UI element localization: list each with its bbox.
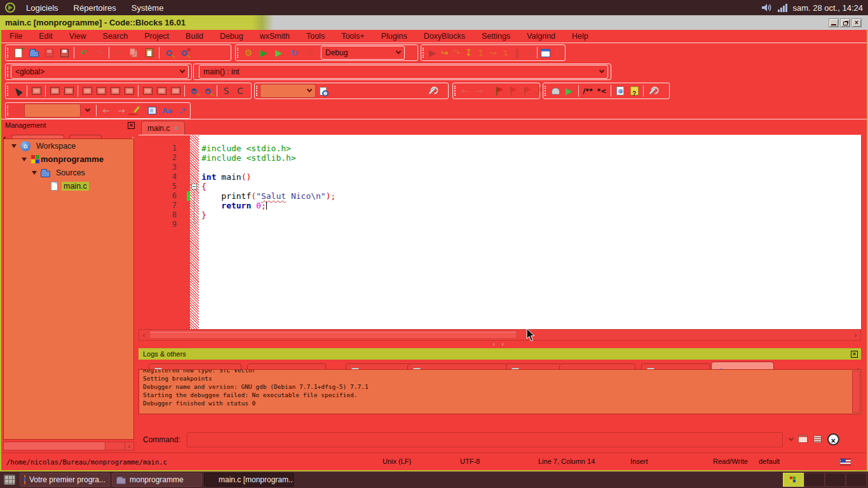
- tree-item-monprogramme[interactable]: monprogramme: [4, 152, 133, 166]
- scroll-right-icon[interactable]: ›: [851, 330, 860, 340]
- undo-button[interactable]: ↶: [76, 46, 92, 60]
- menu-search[interactable]: Search: [95, 30, 137, 43]
- doxy-extract-documentation-button[interactable]: [548, 84, 562, 98]
- new-file-button[interactable]: [11, 46, 26, 60]
- tree-item-workspace[interactable]: Workspace: [4, 139, 133, 152]
- editor-tab-main.c[interactable]: main.c×: [141, 121, 185, 135]
- management-hscrollbar[interactable]: ›: [3, 442, 134, 451]
- wxsmith-tool-4-button[interactable]: [80, 84, 94, 98]
- menu-plugins[interactable]: Plugins: [373, 30, 416, 43]
- doxy-settings-button[interactable]: [646, 84, 660, 98]
- clock[interactable]: sam. 28 oct., 14:24: [792, 3, 863, 13]
- taskbar-button-votre-premier-progra---[interactable]: Votre premier progra...: [20, 473, 110, 487]
- toolbar-grip[interactable]: [256, 86, 258, 96]
- menu-valgrind[interactable]: Valgrind: [519, 30, 564, 43]
- wxsmith-c-toggle-button[interactable]: C: [233, 84, 247, 98]
- toolbar-grip[interactable]: [7, 86, 9, 96]
- pause-debugger-button[interactable]: ∥: [511, 46, 523, 60]
- incsearch-selected-only-button[interactable]: [144, 104, 159, 118]
- doxy-run-html-button[interactable]: ▶: [562, 84, 576, 98]
- incsearch-match-case-button[interactable]: Aa: [159, 104, 175, 118]
- code-area[interactable]: #include <stdio.h>#include <stdlib.h>int…: [199, 135, 861, 329]
- expand-toggle-icon[interactable]: [32, 171, 37, 175]
- menu-settings[interactable]: Settings: [473, 30, 519, 43]
- incsearch-regex-button[interactable]: .*: [175, 104, 190, 118]
- wxsmith-zoom-in-button[interactable]: [187, 84, 201, 98]
- step-into-button[interactable]: ↧: [463, 46, 475, 60]
- close-button[interactable]: ×: [851, 18, 862, 27]
- save-file-button[interactable]: [41, 46, 57, 60]
- function-combobox[interactable]: main() : int: [199, 65, 608, 79]
- expand-toggle-icon[interactable]: [22, 158, 27, 161]
- incsearch-input[interactable]: [24, 104, 81, 118]
- find-in-files-button[interactable]: [316, 84, 330, 98]
- doxy-block-comment-button[interactable]: /**: [581, 84, 595, 98]
- minimize-button[interactable]: [829, 18, 839, 27]
- wxsmith-tool-10-button[interactable]: [168, 84, 182, 98]
- cut-button[interactable]: ✂: [111, 46, 126, 60]
- build-button[interactable]: ⚙: [241, 46, 256, 60]
- scroll-right-icon[interactable]: ›: [125, 442, 133, 450]
- wxsmith-tool-7-button[interactable]: [122, 84, 136, 98]
- next-line-button[interactable]: ↷: [451, 46, 463, 60]
- applications-menu-button[interactable]: [2, 1, 18, 14]
- close-logs-icon[interactable]: ×: [851, 351, 858, 358]
- wxsmith-pointer-button[interactable]: [11, 84, 25, 98]
- volume-icon[interactable]: [761, 3, 773, 12]
- step-out-button[interactable]: ↥: [475, 46, 487, 60]
- doxy-line-comment-button[interactable]: *<: [595, 84, 609, 98]
- toolbar-grip[interactable]: [237, 48, 239, 58]
- next-bookmark-button[interactable]: [518, 84, 532, 98]
- log-vscrollbar[interactable]: [852, 370, 860, 413]
- menu-build[interactable]: Build: [177, 30, 212, 43]
- wxsmith-tool-2-button[interactable]: [48, 84, 62, 98]
- network-signal-icon[interactable]: [778, 4, 787, 12]
- configure-tools-button[interactable]: [425, 84, 439, 98]
- menu-tools[interactable]: Tools: [298, 30, 333, 43]
- close-management-icon[interactable]: ×: [128, 122, 135, 129]
- menu-debug[interactable]: Debug: [212, 30, 252, 43]
- debug-continue-button[interactable]: ▶: [426, 46, 438, 60]
- command-input[interactable]: [187, 432, 783, 447]
- scrollbar-thumb[interactable]: [149, 331, 517, 339]
- incsearch-prev-button[interactable]: ←: [98, 104, 114, 118]
- wxsmith-tool-8-button[interactable]: [140, 84, 154, 98]
- replace-button[interactable]: [177, 46, 192, 60]
- toolbar-grip[interactable]: [454, 86, 456, 96]
- menu-wxsmith[interactable]: wxSmith: [252, 30, 298, 43]
- desktop-menu-répertoires[interactable]: Répertoires: [66, 2, 124, 14]
- next-instruction-button[interactable]: ↝: [487, 46, 499, 60]
- step-into-instruction-button[interactable]: ↴: [499, 46, 511, 60]
- debugger-stop-button[interactable]: [827, 433, 839, 446]
- scrollbar-thumb[interactable]: [4, 442, 105, 450]
- desktop-menu-système[interactable]: Système: [124, 2, 172, 14]
- menu-view[interactable]: View: [61, 30, 95, 43]
- incsearch-next-button[interactable]: →: [114, 104, 129, 118]
- debug-information-button[interactable]: i: [552, 46, 564, 60]
- toolbar-grip[interactable]: [7, 67, 9, 77]
- menu-doxyblocks[interactable]: DoxyBlocks: [416, 30, 473, 43]
- debugger-log-list-button[interactable]: [813, 434, 822, 445]
- menu-edit[interactable]: Edit: [31, 30, 61, 43]
- panel-splitter[interactable]: [139, 341, 861, 348]
- show-desktop-icon[interactable]: [4, 475, 15, 485]
- toolbar-grip[interactable]: [545, 86, 546, 96]
- toolbar-grip[interactable]: [7, 105, 9, 116]
- wxsmith-tool-1-button[interactable]: [29, 84, 43, 98]
- editor-hscrollbar[interactable]: ‹ ›: [139, 329, 861, 341]
- abort-build-button[interactable]: ×: [302, 46, 317, 60]
- run-to-cursor-button[interactable]: ↪: [438, 46, 451, 60]
- menu-tools+[interactable]: Tools+: [333, 30, 372, 43]
- copy-button[interactable]: [126, 46, 142, 60]
- project-tree[interactable]: WorkspacemonprogrammeSourcesmain.c: [3, 139, 134, 440]
- close-tab-icon[interactable]: ×: [174, 125, 179, 132]
- tree-item-sources[interactable]: Sources: [4, 166, 133, 179]
- workspace-2[interactable]: [804, 473, 825, 487]
- paste-button[interactable]: [142, 46, 157, 60]
- workspace-3[interactable]: [825, 473, 846, 487]
- stop-debugger-button[interactable]: ×: [523, 46, 535, 60]
- wxsmith-s-toggle-button[interactable]: S: [219, 84, 233, 98]
- run-button[interactable]: ▶: [256, 46, 271, 60]
- find-button[interactable]: [161, 46, 177, 60]
- doxy-help-button[interactable]: [627, 84, 641, 98]
